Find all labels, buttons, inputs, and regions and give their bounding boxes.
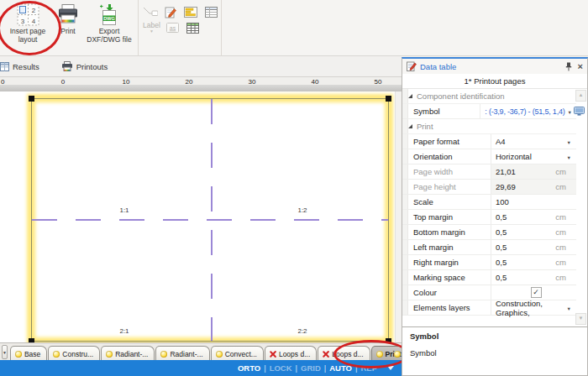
property-value-text: 0,5	[496, 258, 507, 267]
property-grid: Component identification Symbol : (-3,9,…	[402, 89, 587, 326]
sheet-tab-radiant[interactable]: Radiant-...	[155, 346, 209, 361]
bulb-icon	[376, 351, 383, 358]
section-label: Component identification	[417, 91, 505, 101]
tab-results[interactable]: Results	[0, 62, 39, 71]
sheet-tab-convect[interactable]: Convect...	[211, 346, 264, 361]
property-label: Elements layers	[408, 300, 491, 315]
sheet-tab-base[interactable]: Base	[10, 346, 47, 361]
dropdown-arrow-icon[interactable]	[567, 137, 571, 146]
property-value[interactable]: 100	[491, 195, 576, 209]
ruler-tick-label: 50	[375, 78, 382, 86]
status-separator: |	[296, 363, 297, 373]
property-value[interactable]: ✓	[491, 285, 576, 300]
note-edit-icon[interactable]	[163, 5, 178, 18]
printout-page[interactable]: 1:11:22:12:2	[31, 98, 389, 342]
sheet-tab-loopsd[interactable]: Loops d...	[265, 346, 317, 361]
panel-title: Data table	[420, 62, 562, 71]
property-rows: Component identification Symbol : (-3,9,…	[402, 89, 576, 316]
dropdown-arrow-icon[interactable]	[567, 303, 571, 312]
print-rows: Paper formatA4OrientationHorizontalPage …	[402, 134, 576, 316]
section-print[interactable]: Print	[402, 119, 576, 134]
sheet-tab-bar: BaseConstru...Radiant-...Radiant-...Conv…	[0, 342, 403, 361]
selection-handle[interactable]	[386, 96, 391, 102]
tab-printouts[interactable]: Printouts	[61, 61, 108, 71]
bulb-icon	[15, 351, 22, 358]
checkbox[interactable]: ✓	[531, 287, 542, 298]
application-window: 2 3 4 Insert page layout	[0, 0, 588, 376]
property-value[interactable]: : (-3,9, -36,7) - (51,5, 1,4)	[480, 104, 576, 118]
close-icon[interactable]: ×	[578, 62, 583, 71]
svg-text:DWG: DWG	[103, 16, 114, 21]
svg-text:4: 4	[31, 18, 35, 25]
ruler-tick-label: 0	[61, 78, 65, 86]
export-dxf-dwg-button[interactable]: DWG Export DXF/DWG file	[83, 2, 135, 46]
sheet-tab-label: Convect...	[225, 350, 257, 358]
label-dropdown-button[interactable]: Label ▼	[143, 22, 160, 34]
bulb-icon	[106, 351, 113, 358]
scroll-up-icon[interactable]: ▲	[575, 90, 586, 102]
property-label: Symbol	[408, 104, 480, 118]
property-value-text: 100	[496, 197, 509, 206]
status-toggle-rep[interactable]: REP	[360, 363, 377, 373]
status-toggle-orto[interactable]: ORTO	[238, 363, 260, 373]
export-dwg-icon: DWG	[98, 3, 120, 26]
property-value[interactable]: 0,5cm	[491, 210, 576, 224]
insert-page-layout-button[interactable]: 2 3 4 Insert page layout	[3, 2, 53, 46]
property-value[interactable]: 21,01cm	[491, 164, 576, 179]
status-toggle-lock[interactable]: LOCK	[270, 363, 292, 373]
export-dxf-dwg-label: Export DXF/DWG file	[85, 28, 134, 44]
sheet-tab-label: Base	[24, 350, 40, 358]
colored-table-icon[interactable]	[186, 21, 201, 34]
svg-text:as: as	[170, 25, 176, 31]
property-label: Right margin	[408, 255, 491, 269]
property-value[interactable]: 0,5cm	[491, 270, 576, 285]
status-items: ORTO|LOCK|GRID|AUTO|REP	[235, 363, 380, 373]
print-button[interactable]: Print	[53, 2, 83, 38]
pin-icon[interactable]	[565, 62, 572, 71]
status-toggle-auto[interactable]: AUTO	[329, 363, 352, 373]
canvas-scrollbar[interactable]	[395, 91, 402, 342]
selection-summary: 1* Printout pages	[402, 74, 587, 89]
sheet-tab-list-dropdown[interactable]	[2, 345, 8, 359]
dropdown-arrow-icon[interactable]	[568, 107, 572, 116]
dropdown-arrow-icon[interactable]	[567, 152, 571, 161]
tab-bar-end-icon	[394, 351, 401, 358]
property-value-text: 0,5	[496, 212, 507, 222]
property-value[interactable]: Horizontal	[491, 149, 576, 164]
data-table-icon	[407, 61, 417, 71]
tab-printouts-label: Printouts	[76, 62, 108, 71]
tab-results-label: Results	[13, 62, 39, 71]
leader-line-icon[interactable]	[143, 5, 158, 18]
sheet-tab-loopsd[interactable]: Loops d...	[318, 346, 370, 361]
unit-label: cm	[555, 212, 566, 222]
label-dropdown-text: Label	[143, 22, 160, 29]
property-label: Colour	[408, 285, 491, 300]
status-dropdown-icon[interactable]	[387, 366, 394, 370]
unit-label: cm	[555, 243, 566, 252]
collapse-triangle-icon	[408, 124, 412, 128]
property-value[interactable]: Construction, Graphics,	[491, 300, 576, 315]
property-row: Page height29,69cm	[402, 180, 576, 195]
property-value[interactable]: 0,5cm	[491, 225, 576, 239]
ruler-edge-label: 0	[1, 78, 4, 86]
property-value[interactable]: 0,5cm	[491, 240, 576, 254]
label-as-icon[interactable]: as	[165, 21, 181, 34]
print-icon	[57, 3, 79, 26]
property-value-text: 0,5	[496, 243, 507, 252]
property-value[interactable]: 29,69cm	[491, 180, 576, 194]
table-icon[interactable]	[203, 5, 218, 18]
monitor-icon[interactable]	[574, 107, 585, 116]
property-label: Page height	[408, 180, 491, 194]
scroll-down-icon[interactable]: ▼	[575, 313, 586, 325]
sheet-tab-constru[interactable]: Constru...	[48, 346, 100, 361]
property-value[interactable]: A4	[491, 134, 576, 149]
results-icon	[0, 62, 9, 71]
chart-icon[interactable]	[183, 5, 198, 18]
status-toggle-grid[interactable]: GRID	[301, 363, 321, 373]
selection-handle[interactable]	[29, 96, 34, 102]
ribbon-toolbar: 2 3 4 Insert page layout	[0, 0, 588, 56]
drawing-canvas[interactable]: 1:11:22:12:2	[0, 91, 402, 342]
section-component-identification[interactable]: Component identification	[402, 89, 576, 104]
sheet-tab-radiant[interactable]: Radiant-...	[101, 346, 155, 361]
property-value[interactable]: 0,5cm	[491, 255, 576, 269]
